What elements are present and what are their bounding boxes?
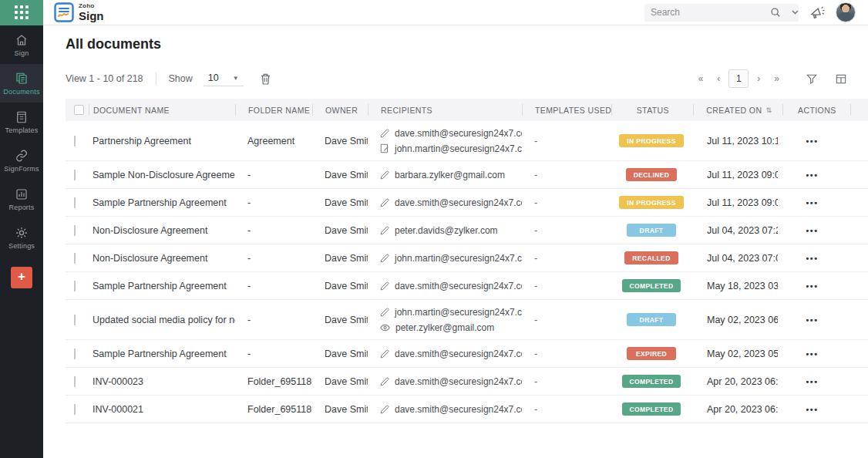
filter-icon[interactable] — [806, 74, 817, 84]
recipient: john.martin@securesign24x7.com — [380, 307, 522, 318]
document-name[interactable]: Sample Non-Disclosure Agreement — [89, 170, 235, 180]
sidebar-item-templates[interactable]: Templates — [0, 103, 43, 141]
trash-icon[interactable] — [261, 73, 271, 85]
row-checkbox[interactable] — [74, 136, 76, 146]
document-name[interactable]: INV-000023 — [89, 376, 235, 387]
sidebar-item-reports[interactable]: Reports — [0, 180, 43, 218]
row-checkbox[interactable] — [74, 349, 76, 359]
document-name[interactable]: Sample Partnership Agreement — [89, 349, 235, 359]
pagination-last-button[interactable]: » — [767, 73, 786, 84]
created-on-date: Apr 20, 2023 06:47 — [688, 376, 778, 387]
sidebar-item-label: Settings — [8, 242, 35, 250]
column-header-label: OWNER — [325, 106, 358, 115]
row-actions-menu-icon[interactable]: ••• — [806, 136, 818, 146]
column-header-created-on[interactable]: CREATED ON⇅ — [693, 104, 782, 116]
table-row[interactable]: Sample Partnership Agreement-Dave Smithd… — [66, 189, 868, 217]
row-checkbox[interactable] — [74, 225, 76, 236]
sidebar-item-settings[interactable]: Settings — [0, 218, 43, 257]
row-actions-menu-icon[interactable]: ••• — [806, 349, 818, 359]
templates-used: - — [522, 197, 607, 208]
search-icon[interactable] — [770, 7, 781, 18]
pen-icon — [380, 254, 389, 263]
recipient: dave.smith@securesign24x7.com — [380, 128, 522, 139]
row-checkbox[interactable] — [74, 404, 76, 415]
sidebar-item-documents[interactable]: Documents — [0, 64, 43, 103]
created-on-date: May 02, 2023 06:06 — [688, 315, 778, 325]
document-name[interactable]: Updated social media policy for new hire… — [89, 315, 235, 325]
table-row[interactable]: Non-Disclosure Agreement-Dave Smithpeter… — [66, 217, 868, 244]
table-row[interactable]: Sample Non-Disclosure Agreement-Dave Smi… — [66, 161, 868, 189]
pagination-prev-button[interactable]: ‹ — [710, 73, 727, 84]
row-checkbox[interactable] — [74, 376, 76, 387]
created-on-date: Jul 11, 2023 10:13 — [688, 136, 778, 146]
row-checkbox-cell — [66, 253, 89, 264]
recipient: peter.davids@zylker.com — [380, 225, 522, 236]
search-box[interactable] — [644, 4, 799, 22]
table-row[interactable]: Sample Partnership Agreement-Dave Smithd… — [66, 272, 868, 300]
column-settings-icon[interactable] — [836, 74, 846, 84]
document-name[interactable]: Sample Partnership Agreement — [89, 197, 235, 208]
select-all-checkbox[interactable] — [74, 105, 84, 115]
logo-brand: Zoho — [79, 3, 104, 9]
row-actions-menu-icon[interactable]: ••• — [806, 198, 818, 207]
document-name[interactable]: Non-Disclosure Agreement — [89, 253, 235, 264]
announcement-icon[interactable] — [809, 5, 825, 19]
search-input[interactable] — [651, 7, 770, 18]
row-actions-menu-icon[interactable]: ••• — [806, 281, 818, 291]
row-actions-menu-icon[interactable]: ••• — [806, 226, 818, 235]
pagination-next-button[interactable]: › — [750, 73, 767, 84]
recipient-email: john.martin@securesign24x7.com — [395, 253, 522, 264]
column-header-actions: ACTIONS — [782, 104, 851, 116]
table-row[interactable]: INV-000023Folder_695118651Dave Smithdave… — [66, 368, 868, 396]
user-avatar[interactable] — [836, 2, 856, 22]
pagination-current-page[interactable]: 1 — [728, 69, 749, 88]
table-row[interactable]: INV-000021Folder_695118651Dave Smithdave… — [66, 396, 868, 423]
table-row[interactable]: Sample Partnership Agreement-Dave Smithd… — [66, 340, 868, 368]
templates-used: - — [522, 281, 607, 291]
owner-name: Dave Smith — [312, 376, 368, 387]
actions-cell: ••• — [778, 349, 846, 359]
document-name[interactable]: Sample Partnership Agreement — [89, 281, 235, 291]
search-chevron-down-icon[interactable] — [792, 10, 799, 15]
recipient-email: peter.zylker@gmail.com — [395, 322, 494, 333]
recipient-email: dave.smith@securesign24x7.com — [395, 376, 522, 387]
row-checkbox[interactable] — [74, 253, 76, 264]
status-badge: DECLINED — [626, 168, 678, 181]
reports-icon — [15, 187, 29, 201]
table-row[interactable]: Non-Disclosure Agreement-Dave Smithjohn.… — [66, 244, 868, 272]
home-icon — [15, 33, 29, 47]
document-name[interactable]: INV-000021 — [89, 404, 235, 415]
sidebar-item-sign[interactable]: Sign — [0, 25, 43, 64]
recipient: dave.smith@securesign24x7.com — [380, 404, 522, 415]
document-name[interactable]: Non-Disclosure Agreement — [89, 225, 235, 236]
row-actions-menu-icon[interactable]: ••• — [806, 315, 818, 325]
sidebar-item-signforms[interactable]: SignForms — [0, 141, 43, 180]
sort-icon[interactable]: ⇅ — [765, 106, 772, 114]
status-badge: COMPLETED — [622, 402, 681, 416]
create-document-button[interactable]: + — [11, 267, 32, 288]
actions-cell: ••• — [778, 254, 846, 263]
table-row[interactable]: Partnership AgreementAgreementDave Smith… — [66, 121, 868, 161]
document-name[interactable]: Partnership Agreement — [89, 136, 235, 146]
sidebar-item-label: Templates — [5, 126, 39, 134]
row-checkbox[interactable] — [74, 315, 76, 325]
row-checkbox[interactable] — [74, 197, 76, 208]
actions-cell: ••• — [778, 405, 846, 414]
sidebar-item-label: Reports — [9, 204, 35, 211]
folder-name: - — [235, 225, 312, 236]
row-actions-menu-icon[interactable]: ••• — [806, 254, 818, 263]
row-checkbox[interactable] — [74, 281, 76, 291]
app-grid-button[interactable] — [0, 0, 43, 25]
row-actions-menu-icon[interactable]: ••• — [806, 170, 818, 180]
pen-icon — [380, 308, 389, 317]
page-size-select[interactable]: 10 ▼ — [204, 71, 244, 86]
row-checkbox[interactable] — [74, 170, 76, 180]
recipient: john.martin@securesign24x7.com — [380, 143, 522, 154]
row-actions-menu-icon[interactable]: ••• — [806, 377, 818, 386]
recipient: dave.smith@securesign24x7.com — [380, 197, 522, 208]
table-row[interactable]: Updated social media policy for new hire… — [66, 300, 868, 340]
status-cell: DECLINED — [607, 168, 688, 181]
select-all-checkbox-cell — [66, 104, 89, 116]
pagination-first-button[interactable]: « — [691, 73, 711, 84]
row-actions-menu-icon[interactable]: ••• — [806, 405, 818, 414]
